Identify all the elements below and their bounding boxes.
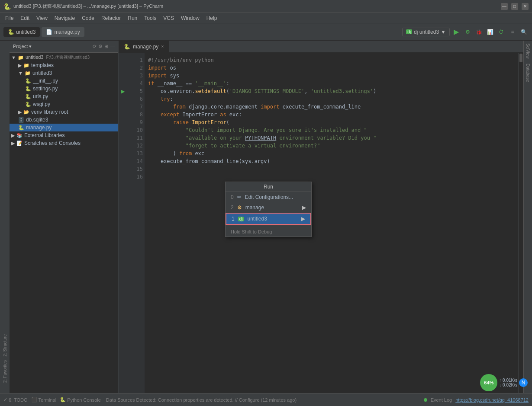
code-editor[interactable]: #!/usr/bin/env python import os import s… xyxy=(145,53,518,393)
tree-item-urls[interactable]: 🐍 urls.py xyxy=(10,93,118,100)
status-message: Data Sources Detected: Connection proper… xyxy=(106,397,297,403)
bottombar-left: ✓ 6: TODO ⬛ Terminal 🐍 Python Console xyxy=(3,397,101,403)
tree-item-wsgi[interactable]: 🐍 wsgi.py xyxy=(10,100,118,108)
scroll-thumb[interactable] xyxy=(519,54,522,62)
line-num-15: 15 xyxy=(129,165,143,173)
coverage-button[interactable]: 📊 xyxy=(485,27,495,37)
favorites-label[interactable]: 2: Favorites xyxy=(2,358,8,384)
hold-shift-label: Hold Shift to Debug xyxy=(231,229,272,234)
terminal-button[interactable]: ⬛ Terminal xyxy=(31,397,57,403)
event-log-button[interactable]: Event Log xyxy=(431,397,452,403)
database-label[interactable]: Database xyxy=(525,61,531,85)
tree-item-untitled3-folder[interactable]: ▼ 📁 untitled3 xyxy=(10,69,118,77)
context-menu-separator xyxy=(226,226,311,226)
tab-file-icon: 🐍 xyxy=(124,44,130,50)
menubar-item-edit[interactable]: Edit xyxy=(17,14,33,22)
context-menu-edit-config[interactable]: 0 ✏ Edit Configurations... xyxy=(226,192,311,202)
tree-item-root[interactable]: ▼ 📁 untitled3 F:\3.优酱视频\untitled3 xyxy=(10,54,118,61)
menubar-item-file[interactable]: File xyxy=(2,14,17,22)
sciview-label[interactable]: SciView xyxy=(525,41,531,61)
project-header-icons: ⟳ ⚙ ⊞ — xyxy=(93,44,115,49)
project-tab-label: untitled3 xyxy=(16,29,35,35)
tree-item-settings-label: settings.py xyxy=(33,86,58,92)
code-line-13: "forget to activate a virtual environmen… xyxy=(148,142,515,150)
build-button[interactable]: ⚙ xyxy=(463,27,472,37)
context-menu-hold-shift[interactable]: Hold Shift to Debug xyxy=(226,227,311,237)
code-line-6: os.environ.setdefault('DJANGO_SETTINGS_M… xyxy=(148,87,515,95)
expand-icon[interactable]: ⊞ xyxy=(104,44,108,49)
event-log-dot xyxy=(424,398,427,402)
right-panel: SciView Database xyxy=(523,41,532,393)
run-button[interactable]: ▶ xyxy=(451,27,461,37)
url-link[interactable]: https://blog.csdn.net/qq_41068712 xyxy=(455,397,529,403)
collapse-arrow-icon: ▼ xyxy=(11,55,16,60)
context-menu-untitled3[interactable]: 1 dj untitled3 ▶ xyxy=(226,213,311,225)
tree-item-scratches[interactable]: ▶ 📝 Scratches and Consoles xyxy=(10,139,118,147)
window-controls: — □ ✕ xyxy=(501,3,529,10)
code-line-2: import os xyxy=(148,64,515,72)
line-num-11: 11 xyxy=(129,134,143,142)
collapse-icon[interactable]: — xyxy=(110,44,115,49)
line-num-7: 7 xyxy=(129,103,143,111)
structure-label[interactable]: 2: Structure xyxy=(2,332,8,358)
more-button[interactable]: ≡ xyxy=(508,27,517,37)
manage-submenu-arrow: ▶ xyxy=(302,205,306,211)
menubar-item-window[interactable]: Window xyxy=(177,14,203,22)
run-config-selector[interactable]: dj dj untitled3 ▼ xyxy=(402,28,450,36)
menubar-item-navigate[interactable]: Navigate xyxy=(51,14,78,22)
file-icon: 📄 xyxy=(46,29,52,35)
ext-libs-icon: 📚 xyxy=(16,133,23,138)
tree-item-manage[interactable]: 🐍 manage.py xyxy=(10,124,118,131)
tree-item-templates-label: templates xyxy=(31,62,54,68)
gear-icon[interactable]: ⚙ xyxy=(98,44,103,49)
code-line-12: "available on your PYTHONPATH environmen… xyxy=(148,134,515,142)
expand-arrow-icon-untitled3: ▼ xyxy=(18,70,23,76)
project-panel: Project ▾ ⟳ ⚙ ⊞ — ▼ 📁 untitled3 F:\3.优酱视… xyxy=(10,41,119,393)
profile-button[interactable]: ⏱ xyxy=(497,27,506,37)
code-line-5: if __name__ == '__main__': xyxy=(148,80,515,87)
py-icon-urls: 🐍 xyxy=(25,94,31,99)
menubar-item-code[interactable]: Code xyxy=(78,14,98,22)
tree-item-ext-libs[interactable]: ▶ 📚 External Libraries xyxy=(10,131,118,139)
tree-item-urls-label: urls.py xyxy=(33,93,48,99)
context-menu-header: Run xyxy=(226,182,311,192)
tab-close-icon[interactable]: × xyxy=(161,44,164,49)
untitled3-submenu-arrow: ▶ xyxy=(301,216,305,222)
editor-tabs: 🐍 manage.py × xyxy=(119,41,523,53)
debug-button[interactable]: 🐞 xyxy=(474,27,484,37)
window-title: untitled3 [F\3.优酱视频\untitled3] – ...\man… xyxy=(13,3,501,10)
venv-icon: 📂 xyxy=(23,109,29,115)
close-button[interactable]: ✕ xyxy=(522,3,529,10)
menubar-item-run[interactable]: Run xyxy=(124,14,141,22)
python-console-label: Python Console xyxy=(67,397,101,403)
py-icon-wsgi: 🐍 xyxy=(25,102,31,107)
menubar-item-tools[interactable]: Tools xyxy=(141,14,160,22)
line-num-8: 8 xyxy=(129,111,143,118)
maximize-button[interactable]: □ xyxy=(511,3,518,10)
tree-item-venv[interactable]: ▶ 📂 venv library root xyxy=(10,108,118,116)
project-tab[interactable]: 🐍 untitled3 xyxy=(3,27,40,37)
file-tab[interactable]: 📄 manage.py xyxy=(42,27,84,37)
sync-icon[interactable]: ⟳ xyxy=(93,44,97,49)
tree-item-templates[interactable]: ▶ 📁 templates xyxy=(10,61,118,69)
editor-tab-manage[interactable]: 🐍 manage.py × xyxy=(119,41,169,53)
tree-item-init[interactable]: 🐍 __init__.py xyxy=(10,77,118,85)
menubar-item-view[interactable]: View xyxy=(33,14,51,22)
python-console-button[interactable]: 🐍 Python Console xyxy=(60,397,101,403)
project-icon: 🐍 xyxy=(8,29,14,35)
menubar-item-refactor[interactable]: Refactor xyxy=(98,14,124,22)
app-icon: 🐍 xyxy=(3,3,11,10)
network-indicator: 64% ↑ 0.01K/s ↓ 0.02K/s N xyxy=(480,374,528,391)
menubar-item-vcs[interactable]: VCS xyxy=(160,14,177,22)
tree-item-settings[interactable]: 🐍 settings.py xyxy=(10,85,118,93)
menubar-item-help[interactable]: Help xyxy=(203,14,221,22)
search-button[interactable]: 🔍 xyxy=(519,27,529,37)
code-line-15: execute_from_command_line(sys.argv) xyxy=(148,157,515,165)
terminal-label: Terminal xyxy=(39,397,57,403)
minimize-button[interactable]: — xyxy=(501,3,508,10)
tree-item-db[interactable]: 🗄️ db.sqlite3 xyxy=(10,116,118,124)
debug-gutter: ▶ xyxy=(119,53,127,393)
todo-button[interactable]: ✓ 6: TODO xyxy=(3,397,28,403)
context-menu-manage[interactable]: 2 ⚙ manage ▶ xyxy=(226,202,311,213)
py-icon-manage: 🐍 xyxy=(18,125,24,131)
